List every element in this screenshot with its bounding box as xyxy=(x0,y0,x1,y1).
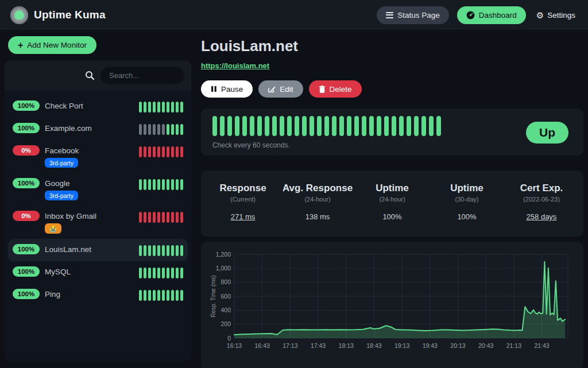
svg-text:17:13: 17:13 xyxy=(283,342,297,349)
monitor-url-link[interactable]: https://louislam.net xyxy=(201,61,269,70)
beat xyxy=(176,124,179,135)
beat xyxy=(153,102,156,113)
beat xyxy=(287,116,292,136)
beat xyxy=(162,102,165,113)
tag-badge: 😭 xyxy=(45,223,61,234)
beat xyxy=(436,116,441,136)
beat xyxy=(362,116,366,136)
main-content: LouisLam.net https://louislam.net Pause … xyxy=(201,36,583,361)
search-input[interactable] xyxy=(100,67,184,84)
beat xyxy=(167,146,169,157)
add-monitor-label: Add New Monitor xyxy=(27,41,87,49)
brand[interactable]: Uptime Kuma xyxy=(10,6,106,24)
settings-button[interactable]: ⚙ Settings xyxy=(534,6,578,24)
tag-badge: 3rd-party xyxy=(45,158,78,168)
beat xyxy=(347,116,351,136)
pause-button[interactable]: Pause xyxy=(201,80,253,98)
beat xyxy=(148,212,151,223)
beat xyxy=(167,179,169,190)
beat xyxy=(162,124,165,135)
svg-text:17:43: 17:43 xyxy=(311,342,326,349)
monitor-list-item[interactable]: 100%Google3rd-party xyxy=(8,173,188,206)
beat xyxy=(242,116,247,136)
beat xyxy=(148,290,151,301)
mini-heartbeat-bar xyxy=(139,145,183,157)
tachometer-icon xyxy=(466,11,475,20)
beat xyxy=(162,179,165,190)
delete-button[interactable]: Delete xyxy=(309,80,362,98)
beat xyxy=(180,124,183,135)
svg-text:1,200: 1,200 xyxy=(216,251,231,258)
dashboard-button[interactable]: Dashboard xyxy=(457,6,526,24)
beat xyxy=(144,146,146,157)
monitor-list-item[interactable]: 0%Inbox by Gmail😭 xyxy=(8,206,188,239)
tag-row: 😭 xyxy=(45,223,96,234)
beat xyxy=(148,179,151,190)
uptime-badge: 100% xyxy=(13,266,40,277)
stat-sublabel: (24-hour) xyxy=(280,196,355,203)
svg-text:200: 200 xyxy=(220,320,231,327)
mini-heartbeat-bar xyxy=(139,211,183,223)
settings-label: Settings xyxy=(547,11,575,20)
plus-icon: + xyxy=(18,42,23,49)
svg-text:600: 600 xyxy=(220,293,231,300)
status-page-button[interactable]: Status Page xyxy=(377,6,449,24)
stat-label: Cert Exp. xyxy=(504,183,579,194)
monitor-list-item[interactable]: 100%Check Port xyxy=(8,95,188,118)
monitor-list-item[interactable]: 100%LouisLam.net xyxy=(8,239,188,261)
beat xyxy=(157,268,160,278)
add-monitor-button[interactable]: + Add New Monitor xyxy=(8,36,96,54)
beat xyxy=(212,116,217,136)
monitor-list-item[interactable]: 100%MySQL xyxy=(8,261,188,284)
beat xyxy=(180,290,183,301)
status-page-label: Status Page xyxy=(397,11,440,20)
beat xyxy=(176,290,179,301)
stat-value: 100% xyxy=(355,212,430,221)
edit-button[interactable]: Edit xyxy=(258,80,303,98)
mini-heartbeat-bar xyxy=(139,244,183,256)
stat-value: 271 ms xyxy=(206,212,280,221)
beat xyxy=(167,245,169,256)
beat xyxy=(167,124,169,135)
beat xyxy=(407,116,411,136)
uptime-badge: 100% xyxy=(13,244,40,254)
uptime-badge: 100% xyxy=(13,100,40,111)
heartbeat-bar xyxy=(212,116,517,136)
beat xyxy=(414,116,419,136)
page-title: LouisLam.net xyxy=(201,37,583,55)
beat xyxy=(162,290,165,301)
pause-icon xyxy=(211,86,217,92)
response-chart-panel: 02004006008001,0001,20016:1316:4317:1317… xyxy=(201,242,583,368)
beat xyxy=(153,179,156,190)
beat xyxy=(220,116,225,136)
monitor-list-item[interactable]: 100%Example.com xyxy=(8,118,188,140)
monitor-name: Example.com xyxy=(45,124,92,133)
dashboard-label: Dashboard xyxy=(479,11,517,20)
beat xyxy=(180,268,183,278)
monitor-name: MySQL xyxy=(45,268,71,276)
stat-label: Uptime xyxy=(355,183,430,194)
beat xyxy=(157,124,160,135)
svg-text:800: 800 xyxy=(220,278,231,285)
beat xyxy=(180,179,183,190)
beat xyxy=(157,212,160,223)
stat-column: Avg. Response(24-hour)138 ms xyxy=(280,183,355,221)
delete-label: Delete xyxy=(330,85,352,94)
beat xyxy=(148,268,151,278)
monitor-name: Google xyxy=(45,179,70,188)
beat xyxy=(295,116,299,136)
monitor-list-item[interactable]: 0%Facebook3rd-party xyxy=(8,140,188,173)
mini-heartbeat-bar xyxy=(139,178,183,190)
monitor-name: LouisLam.net xyxy=(45,245,91,254)
monitor-list-item[interactable]: 100%Ping xyxy=(8,284,188,306)
beat xyxy=(324,116,329,136)
page-body: + Add New Monitor 100%Check Port100%Exam… xyxy=(0,30,588,368)
beat xyxy=(176,268,179,278)
beat xyxy=(148,124,151,135)
beat xyxy=(162,146,165,157)
beat xyxy=(148,245,151,256)
svg-text:16:13: 16:13 xyxy=(227,342,242,349)
beat xyxy=(139,102,142,113)
beat xyxy=(139,179,142,190)
svg-text:20:13: 20:13 xyxy=(450,342,465,349)
